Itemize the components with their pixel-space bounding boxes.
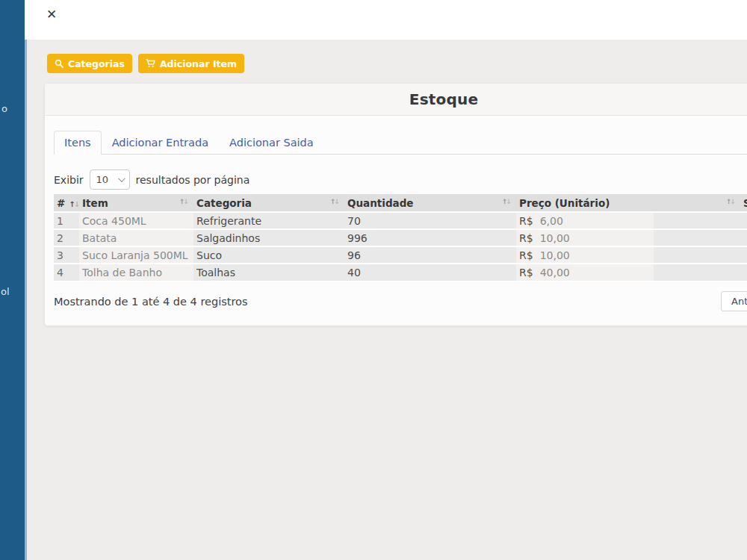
length-menu-prefix: Exibir: [54, 174, 84, 186]
length-menu: Exibir 10 resultados por página: [54, 169, 747, 190]
price-value: 10,00: [540, 249, 570, 261]
column-header-status-label: S: [743, 197, 747, 209]
card-body: Itens Adicionar Entrada Adicionar Saida …: [45, 116, 747, 308]
page-size-value: 10: [96, 174, 109, 185]
column-header-quantidade-label: Quantidade: [347, 197, 413, 209]
table-row[interactable]: 2 Batata Salgadinhos 996 R$10,00: [54, 229, 747, 246]
add-item-button[interactable]: Adicionar Item: [138, 54, 244, 73]
column-header-preco-label: Preço (Unitário): [519, 197, 610, 209]
cell-quantidade: 70: [344, 212, 516, 229]
column-header-categoria[interactable]: Categoria↑↓: [193, 194, 344, 212]
cell-quantidade: 96: [344, 246, 516, 264]
cell-categoria: Suco: [193, 246, 344, 264]
cart-icon: [146, 59, 155, 68]
cell-preco: R$10,00: [516, 246, 740, 264]
currency-symbol: R$: [519, 249, 533, 261]
sidebar: o ol: [0, 0, 25, 560]
cell-status: [740, 229, 747, 246]
stock-card: Estoque Itens Adicionar Entrada Adiciona…: [45, 84, 747, 326]
sort-icon: ↑↓: [330, 198, 338, 205]
column-header-quantidade[interactable]: Quantidade↑↓: [344, 194, 516, 212]
table-row[interactable]: 1 Coca 450ML Refrigerante 70 R$6,00: [54, 212, 747, 229]
cell-num: 3: [54, 246, 79, 264]
cell-quantidade: 996: [344, 229, 516, 246]
price-value: 40,00: [540, 267, 570, 279]
cell-preco: R$6,00: [516, 212, 740, 229]
cell-preco: R$40,00: [516, 264, 740, 281]
card-header: Estoque: [45, 84, 747, 116]
chevron-down-icon: [118, 175, 125, 182]
sort-icon: ↑↓: [502, 198, 510, 205]
sort-icon: ↑↓: [69, 200, 78, 208]
column-header-item[interactable]: Item↑↓: [79, 194, 193, 212]
column-header-item-label: Item: [82, 197, 108, 209]
column-header-status[interactable]: S: [740, 194, 747, 212]
column-header-num[interactable]: #↑↓: [54, 194, 79, 212]
cell-num: 2: [54, 229, 79, 246]
pagination-previous-button[interactable]: Anterior: [721, 291, 747, 311]
categories-button[interactable]: Categorias: [47, 54, 132, 73]
currency-symbol: R$: [519, 232, 533, 244]
cell-categoria: Refrigerante: [193, 212, 344, 229]
cell-quantidade: 40: [344, 264, 516, 281]
sidebar-item-partial[interactable]: o: [1, 103, 7, 114]
cell-categoria: Toalhas: [193, 264, 344, 281]
tab-adicionar-saida[interactable]: Adicionar Saida: [219, 131, 324, 154]
currency-symbol: R$: [519, 215, 533, 227]
cell-item: Batata: [79, 229, 193, 246]
price-value: 10,00: [540, 232, 570, 244]
column-header-categoria-label: Categoria: [196, 197, 252, 209]
cell-item: Suco Laranja 500ML: [79, 246, 193, 264]
currency-symbol: R$: [519, 267, 533, 279]
cell-categoria: Salgadinhos: [193, 229, 344, 246]
sort-icon: ↑↓: [179, 198, 187, 205]
cell-status: [740, 246, 747, 264]
cell-preco: R$10,00: [516, 229, 740, 246]
sidebar-item-partial[interactable]: ol: [1, 286, 10, 297]
length-menu-suffix: resultados por página: [136, 174, 250, 186]
sidebar-scrollbar[interactable]: [25, 40, 27, 560]
sort-icon: ↑↓: [726, 198, 734, 205]
cell-status: [740, 212, 747, 229]
column-header-preco[interactable]: Preço (Unitário)↑↓: [516, 194, 740, 212]
search-icon: [55, 59, 63, 68]
cell-item: Tolha de Banho: [79, 264, 193, 281]
tab-itens[interactable]: Itens: [54, 131, 102, 155]
stock-table: #↑↓ Item↑↓ Categoria↑↓ Quantidade↑↓ Preç…: [54, 194, 747, 281]
categories-button-label: Categorias: [68, 58, 125, 69]
topbar: ✕: [25, 0, 747, 40]
add-item-button-label: Adicionar Item: [160, 58, 237, 69]
table-row[interactable]: 4 Tolha de Banho Toalhas 40 R$40,00: [54, 264, 747, 281]
price-value: 6,00: [540, 215, 563, 227]
toolbar: Categorias Adicionar Item: [47, 54, 244, 73]
cell-num: 4: [54, 264, 79, 281]
column-header-num-label: #: [57, 197, 65, 209]
cell-item: Coca 450ML: [79, 212, 193, 229]
table-header-row: #↑↓ Item↑↓ Categoria↑↓ Quantidade↑↓ Preç…: [54, 194, 747, 212]
cell-num: 1: [54, 212, 79, 229]
table-row[interactable]: 3 Suco Laranja 500ML Suco 96 R$10,00: [54, 246, 747, 264]
close-icon[interactable]: ✕: [46, 8, 57, 21]
tab-adicionar-entrada[interactable]: Adicionar Entrada: [102, 131, 219, 154]
table-info: Mostrando de 1 até 4 de 4 registros: [54, 296, 747, 308]
cell-status: [740, 264, 747, 281]
page-title: Estoque: [409, 90, 478, 108]
tab-bar: Itens Adicionar Entrada Adicionar Saida: [54, 129, 747, 155]
page-size-select[interactable]: 10: [90, 169, 130, 190]
